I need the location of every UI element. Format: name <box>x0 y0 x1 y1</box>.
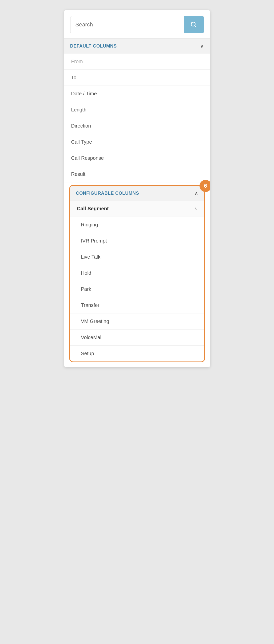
search-button[interactable] <box>184 16 204 33</box>
column-picker-panel: DEFAULT COLUMNS ∧ From To Date / Time Le… <box>64 10 210 367</box>
list-item[interactable]: Park <box>70 281 204 297</box>
list-item[interactable]: Hold <box>70 265 204 281</box>
search-box <box>70 16 204 33</box>
list-item[interactable]: Length <box>64 102 210 118</box>
call-segment-list: Ringing IVR Prompt Live Talk Hold Park T… <box>70 217 204 361</box>
default-columns-chevron-icon[interactable]: ∧ <box>200 43 204 49</box>
list-item[interactable]: Direction <box>64 118 210 134</box>
list-item[interactable]: Setup <box>70 346 204 361</box>
default-columns-header[interactable]: DEFAULT COLUMNS ∧ <box>64 38 210 54</box>
list-item[interactable]: VoiceMail <box>70 330 204 346</box>
list-item[interactable]: Call Response <box>64 150 210 166</box>
list-item[interactable]: Date / Time <box>64 86 210 102</box>
configurable-columns-section: CONFIGURABLE COLUMNS ∧ Call Segment ∧ Ri… <box>69 185 205 362</box>
search-container <box>64 10 210 38</box>
configurable-columns-chevron-icon[interactable]: ∧ <box>194 190 198 196</box>
call-segment-title: Call Segment <box>77 206 109 212</box>
default-columns-title: DEFAULT COLUMNS <box>70 44 117 49</box>
default-columns-list: From To Date / Time Length Direction Cal… <box>64 54 210 182</box>
configurable-columns-wrapper: 6 CONFIGURABLE COLUMNS ∧ Call Segment ∧ … <box>67 185 208 362</box>
list-item[interactable]: From <box>64 54 210 70</box>
list-item[interactable]: Transfer <box>70 297 204 313</box>
list-item[interactable]: Live Talk <box>70 249 204 265</box>
list-item[interactable]: VM Greeting <box>70 313 204 330</box>
call-segment-header[interactable]: Call Segment ∧ <box>70 201 204 217</box>
list-item[interactable]: To <box>64 70 210 86</box>
list-item[interactable]: Result <box>64 166 210 182</box>
configurable-columns-title: CONFIGURABLE COLUMNS <box>76 191 139 196</box>
configurable-columns-header[interactable]: CONFIGURABLE COLUMNS ∧ <box>70 186 204 201</box>
call-segment-chevron-icon[interactable]: ∧ <box>194 206 197 212</box>
list-item[interactable]: IVR Prompt <box>70 233 204 249</box>
list-item[interactable]: Call Type <box>64 134 210 150</box>
search-input[interactable] <box>70 21 184 28</box>
search-icon <box>190 21 198 28</box>
list-item[interactable]: Ringing <box>70 217 204 233</box>
